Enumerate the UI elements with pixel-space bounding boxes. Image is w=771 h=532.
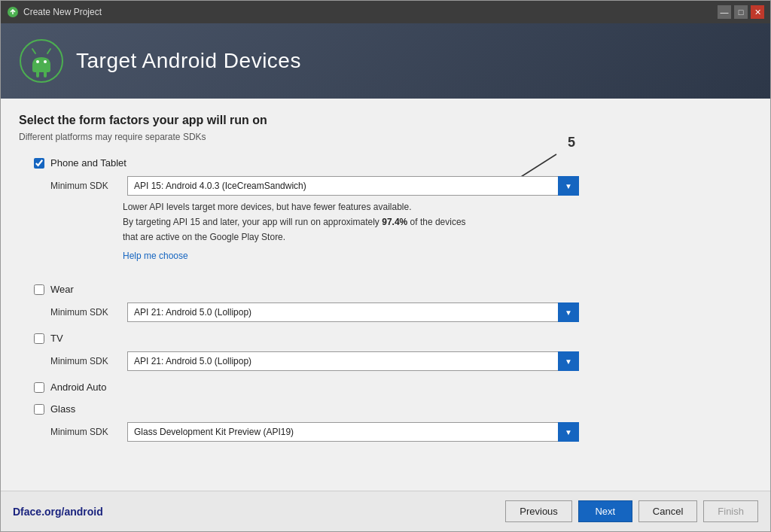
tv-group: TV Minimum SDK API 21: Android 5.0 (Loll…: [34, 333, 752, 371]
glass-checkbox-row: Glass: [34, 403, 752, 415]
header-title: Target Android Devices: [76, 49, 301, 73]
glass-sdk-row: Minimum SDK Glass Development Kit Previe…: [50, 422, 752, 442]
android-auto-group: Android Auto: [34, 382, 752, 393]
footer-link: Dface.org/android: [13, 506, 103, 518]
main-content: Select the form factors your app will ru…: [1, 99, 770, 491]
svg-point-2: [36, 60, 39, 63]
footer-buttons: Previous Next Cancel Finish: [505, 500, 758, 522]
tv-checkbox-row: TV: [34, 333, 752, 344]
glass-label[interactable]: Glass: [50, 403, 75, 415]
android-auto-checkbox-row: Android Auto: [34, 382, 752, 393]
glass-group: Glass Minimum SDK Glass Development Kit …: [34, 403, 752, 442]
tv-sdk-select[interactable]: API 21: Android 5.0 (Lollipop): [127, 351, 579, 371]
form-area: Phone and Tablet 5 Minimum SDK: [19, 157, 752, 476]
wear-label[interactable]: Wear: [50, 284, 74, 295]
section-title: Select the form factors your app will ru…: [19, 114, 752, 127]
wear-sdk-row: Minimum SDK API 21: Android 5.0 (Lollipo…: [50, 302, 752, 322]
annotation-5: 5: [568, 135, 575, 150]
window-controls: — □ ✕: [718, 5, 764, 19]
next-button[interactable]: Next: [578, 500, 632, 522]
maximize-button[interactable]: □: [734, 5, 748, 19]
section-subtitle: Different platforms may require separate…: [19, 132, 752, 142]
tv-checkbox[interactable]: [34, 333, 44, 344]
svg-line-5: [47, 49, 50, 53]
android-logo-icon: [19, 38, 64, 84]
tv-sdk-label: Minimum SDK: [50, 356, 118, 366]
glass-sdk-select[interactable]: Glass Development Kit Preview (API19): [127, 422, 579, 442]
wear-sdk-label: Minimum SDK: [50, 307, 118, 318]
info-line1: Lower API levels target more devices, bu…: [123, 200, 559, 214]
help-me-choose-link[interactable]: Help me choose: [123, 251, 188, 261]
close-button[interactable]: ✕: [751, 5, 764, 19]
header-banner: Target Android Devices: [1, 23, 770, 99]
glass-sdk-select-wrapper: Glass Development Kit Preview (API19) ▼: [127, 422, 579, 442]
phone-tablet-checkbox[interactable]: [34, 158, 44, 169]
wear-sdk-select[interactable]: API 21: Android 5.0 (Lollipop): [127, 302, 579, 322]
android-auto-checkbox[interactable]: [34, 382, 44, 393]
tv-sdk-row: Minimum SDK API 21: Android 5.0 (Lollipo…: [50, 351, 752, 371]
phone-tablet-sdk-select-wrapper: API 15: Android 4.0.3 (IceCreamSandwich)…: [127, 176, 579, 196]
phone-tablet-label[interactable]: Phone and Tablet: [50, 157, 126, 169]
wear-checkbox[interactable]: [34, 284, 44, 295]
footer: Dface.org/android Previous Next Cancel F…: [1, 491, 770, 531]
minimize-button[interactable]: —: [718, 5, 731, 19]
phone-tablet-sdk-select[interactable]: API 15: Android 4.0.3 (IceCreamSandwich): [127, 176, 579, 196]
info-box: Lower API levels target more devices, bu…: [123, 200, 559, 244]
svg-point-3: [44, 60, 47, 63]
phone-tablet-checkbox-row: Phone and Tablet: [34, 157, 752, 169]
tv-sdk-select-wrapper: API 21: Android 5.0 (Lollipop) ▼: [127, 351, 579, 371]
svg-line-4: [32, 49, 35, 53]
wear-group: Wear Minimum SDK API 21: Android 5.0 (Lo…: [34, 284, 752, 322]
glass-checkbox[interactable]: [34, 404, 44, 415]
android-auto-label[interactable]: Android Auto: [50, 382, 106, 393]
title-bar: Create New Project — □ ✕: [1, 1, 770, 23]
tv-label[interactable]: TV: [50, 333, 63, 344]
info-line3: that are active on the Google Play Store…: [123, 230, 559, 244]
title-bar-text: Create New Project: [23, 7, 102, 17]
wear-sdk-select-wrapper: API 21: Android 5.0 (Lollipop) ▼: [127, 302, 579, 322]
info-line2: By targeting API 15 and later, your app …: [123, 215, 559, 229]
previous-button[interactable]: Previous: [505, 500, 572, 522]
finish-button[interactable]: Finish: [703, 500, 758, 522]
phone-tablet-sdk-row: Minimum SDK API 15: Android 4.0.3 (IceCr…: [50, 176, 752, 196]
wear-checkbox-row: Wear: [34, 284, 752, 295]
phone-tablet-group: Phone and Tablet 5 Minimum SDK: [34, 157, 752, 273]
cancel-button[interactable]: Cancel: [638, 500, 697, 522]
glass-sdk-label: Minimum SDK: [50, 427, 118, 437]
phone-tablet-sdk-label: Minimum SDK: [50, 181, 118, 191]
window-icon: [7, 6, 19, 18]
